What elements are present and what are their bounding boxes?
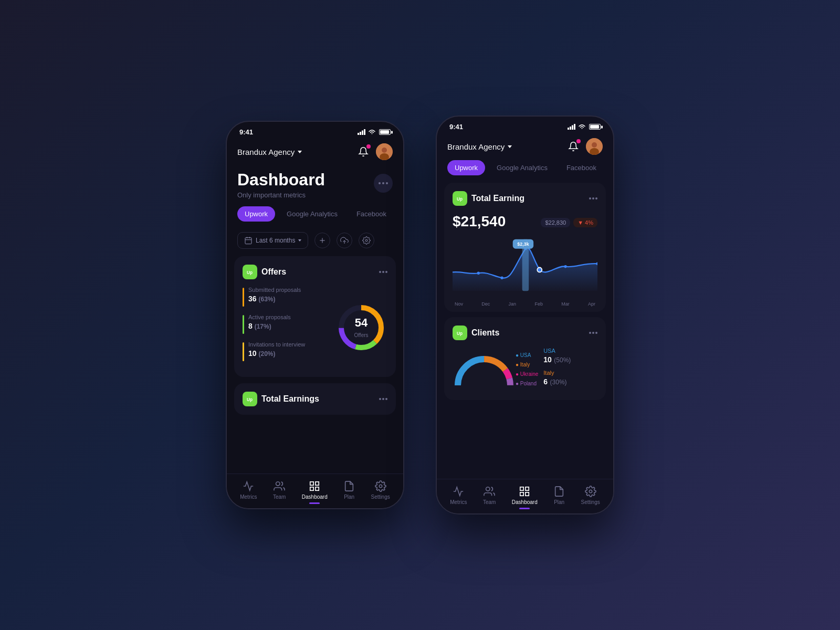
chevron-icon-left [298, 151, 302, 153]
phone-right: 9:41 Brandux Agency [436, 116, 614, 514]
offers-card-header: Up Offers [243, 265, 387, 279]
tab-upwork-left[interactable]: Upwork [237, 206, 275, 222]
legend-poland: ● Poland [516, 379, 538, 388]
nav-label-plan-right: Plan [554, 499, 564, 505]
chart-svg: $2,3k [453, 236, 597, 294]
clients-title-row: Up Clients [453, 326, 499, 340]
nav-label-dashboard-left: Dashboard [302, 494, 328, 500]
svg-text:$2,3k: $2,3k [517, 242, 529, 247]
clients-more-button[interactable] [589, 332, 597, 334]
nav-label-team-left: Team [273, 494, 286, 500]
tab-facebook-left[interactable]: Facebook [349, 206, 394, 222]
chart-labels: Nov Dec Jan Feb Mar Apr [453, 301, 597, 307]
prev-amount: $22,830 [541, 218, 570, 227]
svg-text:Up: Up [247, 397, 253, 402]
clients-donut-svg [453, 349, 516, 391]
tab-instagram-left[interactable]: Instagram [398, 206, 403, 222]
total-earning-chart: $2,3k [453, 236, 597, 299]
upwork-logo-earnings: Up [243, 392, 257, 406]
filter-bar-left: Last 6 months [227, 229, 403, 256]
donut-number: 54 [354, 316, 368, 330]
agency-selector-right[interactable]: Brandux Agency [447, 142, 512, 151]
stat-value-submitted: 36 [248, 295, 257, 303]
avatar-right[interactable] [586, 138, 603, 155]
nav-team-right[interactable]: Team [483, 486, 496, 505]
chart-label-jan: Jan [509, 301, 517, 307]
legend-ukraine: ● Ukraine [516, 370, 538, 379]
nav-label-plan-left: Plan [344, 494, 354, 500]
svg-rect-48 [526, 492, 529, 496]
phone-left: 9:41 Brandux Agency [226, 121, 404, 509]
upwork-logo-offers: Up [243, 265, 257, 279]
date-filter-button[interactable]: Last 6 months [237, 232, 308, 249]
earning-row: $21,540 $22,830 ▼ 4% [453, 213, 597, 232]
more-button-left[interactable] [374, 174, 393, 193]
tab-instagram-right[interactable]: Instagram [608, 160, 613, 175]
status-icons-right [568, 124, 601, 130]
avatar-left[interactable] [376, 143, 393, 160]
client-label-usa: USA [543, 348, 597, 354]
nav-metrics-left[interactable]: Metrics [240, 480, 257, 500]
clients-stats: USA 10 (50%) Italy 6 (30%) [543, 348, 597, 392]
tabs-left: Upwork Google Analytics Facebook Instagr… [227, 206, 403, 229]
page-subtitle-left: Only important metrics [237, 191, 325, 199]
agency-name-right: Brandux Agency [447, 142, 505, 151]
signal-icon [358, 129, 366, 135]
offers-more-button[interactable] [379, 271, 387, 273]
total-earning-more-button[interactable] [589, 197, 597, 200]
clients-content: ● USA ● Italy ● Ukraine ● Poland USA 10 … [453, 348, 597, 392]
stat-pct-submitted: (63%) [258, 296, 275, 303]
topbar-icons-right [566, 138, 603, 155]
tab-google-analytics-left[interactable]: Google Analytics [279, 206, 345, 222]
stat-value-invitations: 10 [248, 349, 257, 358]
nav-team-left[interactable]: Team [273, 480, 286, 500]
svg-point-26 [379, 485, 382, 488]
legend-usa: ● USA [516, 351, 538, 360]
client-label-italy: Italy [543, 370, 597, 376]
tab-facebook-right[interactable]: Facebook [559, 160, 604, 175]
notification-bell-left[interactable] [356, 144, 371, 159]
settings-button-filter[interactable] [359, 233, 374, 248]
tab-upwork-right[interactable]: Upwork [447, 160, 485, 175]
svg-rect-1 [360, 132, 361, 135]
pct-value: 4% [585, 219, 593, 226]
notification-bell-right[interactable] [566, 139, 581, 154]
svg-point-32 [592, 142, 597, 148]
earning-badge: $22,830 ▼ 4% [541, 218, 597, 227]
nav-metrics-right[interactable]: Metrics [450, 486, 467, 505]
battery-icon [379, 129, 391, 135]
topbar-icons-left [356, 143, 393, 160]
svg-rect-27 [568, 128, 569, 130]
export-button[interactable] [337, 233, 352, 248]
add-button[interactable] [314, 233, 330, 248]
offers-content: Submitted proposals 36 (63%) Active prop… [243, 287, 387, 369]
topbar-left: Brandux Agency [227, 140, 403, 165]
nav-dashboard-left[interactable]: Dashboard [302, 480, 328, 500]
agency-selector-left[interactable]: Brandux Agency [237, 148, 302, 156]
time-right: 9:41 [449, 123, 463, 131]
svg-rect-24 [316, 487, 319, 490]
stat-pct-invitations: (20%) [258, 350, 275, 358]
tab-google-analytics-right[interactable]: Google Analytics [489, 160, 555, 175]
nav-label-dashboard-right: Dashboard [512, 499, 538, 505]
stat-value-active: 8 [248, 322, 253, 330]
nav-settings-left[interactable]: Settings [371, 480, 390, 500]
legend-italy: ● Italy [516, 360, 538, 370]
chart-label-dec: Dec [481, 301, 490, 307]
earning-amount: $21,540 [453, 213, 506, 230]
svg-rect-46 [520, 487, 523, 490]
nav-settings-right[interactable]: Settings [581, 486, 600, 505]
nav-plan-right[interactable]: Plan [553, 486, 565, 505]
svg-rect-25 [310, 487, 313, 490]
stat-label-active: Active proposals [248, 314, 291, 320]
total-earnings-card-title: Total Earnings [261, 394, 319, 404]
nav-label-settings-left: Settings [371, 494, 390, 500]
nav-dashboard-right[interactable]: Dashboard [512, 486, 538, 505]
stat-bar-invitations [243, 342, 244, 361]
date-filter-label: Last 6 months [256, 237, 295, 244]
nav-plan-left[interactable]: Plan [343, 480, 355, 500]
client-value-italy: 6 [543, 377, 548, 386]
earnings-more-button[interactable] [379, 398, 387, 400]
arrow-down-icon: ▼ [578, 219, 583, 226]
chart-label-feb: Feb [534, 301, 543, 307]
